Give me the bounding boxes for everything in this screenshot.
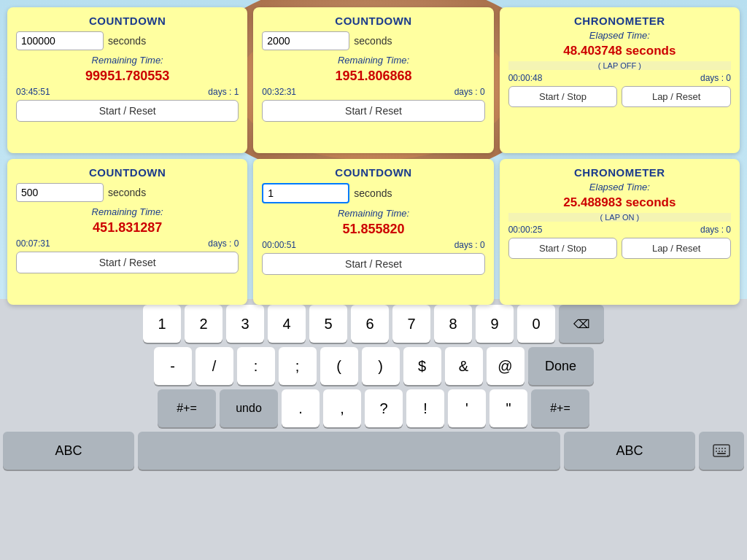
key-2-2[interactable]: . — [282, 389, 320, 427]
keyboard: 1234567890⌫-/:;()$&@Done#+=undo.,?!'"#+=… — [0, 299, 747, 560]
remaining-value-countdown-2: 1951.806868 — [262, 69, 484, 84]
input-row-countdown-1: seconds — [16, 31, 239, 50]
days-label-chronometer-2: days : 0 — [700, 225, 731, 235]
remaining-value-countdown-4: 51.855820 — [262, 222, 484, 237]
time-hms-chronometer-2: 00:00:25 — [508, 225, 543, 235]
tile-chronometer-2: CHRONOMETER Elapsed Time: 25.488983 seco… — [500, 159, 740, 305]
key-0-2[interactable]: 3 — [226, 305, 264, 343]
key-3-3[interactable] — [699, 432, 744, 470]
tile-chronometer-1: CHRONOMETER Elapsed Time: 48.403748 seco… — [500, 7, 740, 153]
seconds-label-countdown-1: seconds — [108, 35, 146, 47]
key-0-5[interactable]: 6 — [351, 305, 389, 343]
key-1-6[interactable]: $ — [403, 347, 441, 385]
lap-badge-chronometer-2: ( LAP ON ) — [508, 213, 731, 222]
time-hms-countdown-1: 03:45:51 — [16, 87, 50, 97]
time-row-countdown-1: 03:45:51 days : 1 — [16, 87, 239, 97]
svg-rect-0 — [713, 445, 729, 456]
keyboard-row-2: #+=undo.,?!'"#+= — [3, 389, 744, 427]
key-3-2[interactable]: ABC — [564, 432, 695, 470]
input-row-countdown-4: seconds — [262, 183, 484, 203]
tile-title-countdown-1: COUNTDOWN — [16, 15, 239, 27]
keyboard-row-1: -/:;()$&@Done — [3, 347, 744, 385]
key-2-5[interactable]: ! — [406, 389, 444, 427]
lap-badge-chronometer-1: ( LAP OFF ) — [508, 61, 731, 70]
start-stop-button-chronometer-1[interactable]: Start / Stop — [508, 86, 618, 107]
key-0-0[interactable]: 1 — [143, 305, 181, 343]
chron-buttons-chronometer-1: Start / Stop Lap / Reset — [508, 86, 731, 107]
seconds-input-countdown-4[interactable] — [262, 183, 349, 203]
remaining-value-countdown-3: 451.831287 — [16, 220, 239, 236]
start-reset-button-countdown-4[interactable]: Start / Reset — [262, 253, 484, 275]
elapsed-value-chronometer-1: 48.403748 seconds — [508, 44, 731, 58]
remaining-value-countdown-1: 99951.780553 — [16, 69, 239, 84]
start-stop-button-chronometer-2[interactable]: Start / Stop — [508, 238, 618, 259]
key-0-4[interactable]: 5 — [309, 305, 347, 343]
days-label-countdown-3: days : 0 — [208, 238, 239, 249]
key-2-4[interactable]: ? — [365, 389, 403, 427]
key-2-3[interactable]: , — [323, 389, 361, 427]
key-0-7[interactable]: 8 — [434, 305, 472, 343]
lap-reset-button-chronometer-1[interactable]: Lap / Reset — [622, 86, 731, 107]
key-3-0[interactable]: ABC — [3, 432, 134, 470]
keyboard-row-0: 1234567890⌫ — [3, 305, 744, 343]
start-reset-button-countdown-3[interactable]: Start / Reset — [16, 252, 239, 273]
seconds-label-countdown-2: seconds — [354, 35, 392, 47]
key-1-9[interactable]: Done — [528, 347, 594, 385]
start-reset-button-countdown-2[interactable]: Start / Reset — [262, 100, 484, 122]
tile-countdown-1: COUNTDOWN seconds Remaining Time: 99951.… — [7, 7, 247, 153]
time-hms-countdown-3: 00:07:31 — [16, 238, 50, 249]
days-label-countdown-1: days : 1 — [208, 87, 239, 97]
tile-title-countdown-4: COUNTDOWN — [262, 166, 484, 179]
time-hms-countdown-4: 00:00:51 — [262, 240, 296, 250]
input-row-countdown-3: seconds — [16, 183, 239, 202]
time-row-countdown-3: 00:07:31 days : 0 — [16, 238, 239, 249]
key-1-3[interactable]: ; — [279, 347, 317, 385]
tile-title-chronometer-1: CHRONOMETER — [508, 15, 731, 27]
key-1-7[interactable]: & — [445, 347, 483, 385]
remaining-label-countdown-2: Remaining Time: — [262, 55, 484, 66]
time-hms-chronometer-1: 00:00:48 — [508, 73, 543, 83]
key-0-8[interactable]: 9 — [476, 305, 514, 343]
seconds-input-countdown-1[interactable] — [16, 31, 104, 50]
seconds-input-countdown-2[interactable] — [262, 31, 349, 50]
tile-countdown-3: COUNTDOWN seconds Remaining Time: 451.83… — [7, 159, 247, 305]
seconds-label-countdown-4: seconds — [354, 187, 392, 199]
input-row-countdown-2: seconds — [262, 31, 484, 50]
key-2-0[interactable]: #+= — [158, 389, 216, 427]
key-0-1[interactable]: 2 — [185, 305, 222, 343]
key-2-8[interactable]: #+= — [531, 389, 589, 427]
key-1-1[interactable]: / — [196, 347, 233, 385]
time-hms-countdown-2: 00:32:31 — [262, 87, 296, 97]
elapsed-label-chronometer-2: Elapsed Time: — [508, 182, 731, 192]
start-reset-button-countdown-1[interactable]: Start / Reset — [16, 100, 239, 122]
key-2-1[interactable]: undo — [220, 389, 278, 427]
tile-countdown-2: COUNTDOWN seconds Remaining Time: 1951.8… — [253, 7, 493, 153]
tile-title-countdown-2: COUNTDOWN — [262, 15, 484, 27]
key-2-6[interactable]: ' — [448, 389, 486, 427]
key-1-4[interactable]: ( — [320, 347, 358, 385]
key-1-8[interactable]: @ — [487, 347, 525, 385]
days-label-chronometer-1: days : 0 — [700, 73, 731, 83]
key-0-3[interactable]: 4 — [268, 305, 306, 343]
elapsed-value-chronometer-2: 25.488983 seconds — [508, 195, 731, 210]
key-1-5[interactable]: ) — [362, 347, 400, 385]
lap-reset-button-chronometer-2[interactable]: Lap / Reset — [622, 238, 731, 259]
key-0-9[interactable]: 0 — [517, 305, 555, 343]
remaining-label-countdown-4: Remaining Time: — [262, 208, 484, 219]
keyboard-row-3: ABCABC — [3, 432, 744, 470]
time-row-countdown-2: 00:32:31 days : 0 — [262, 87, 484, 97]
key-1-2[interactable]: : — [237, 347, 275, 385]
days-label-countdown-4: days : 0 — [454, 240, 485, 250]
key-2-7[interactable]: " — [489, 389, 527, 427]
seconds-input-countdown-3[interactable] — [16, 183, 104, 202]
time-row-countdown-4: 00:00:51 days : 0 — [262, 240, 484, 250]
time-row-chronometer-2: 00:00:25 days : 0 — [508, 225, 731, 235]
key-3-1[interactable] — [138, 432, 560, 470]
elapsed-label-chronometer-1: Elapsed Time: — [508, 30, 731, 41]
remaining-label-countdown-1: Remaining Time: — [16, 55, 239, 66]
key-1-0[interactable]: - — [154, 347, 192, 385]
tiles-grid: COUNTDOWN seconds Remaining Time: 99951.… — [7, 7, 740, 305]
key-0-10[interactable]: ⌫ — [559, 305, 604, 343]
time-row-chronometer-1: 00:00:48 days : 0 — [508, 73, 731, 83]
key-0-6[interactable]: 7 — [392, 305, 430, 343]
